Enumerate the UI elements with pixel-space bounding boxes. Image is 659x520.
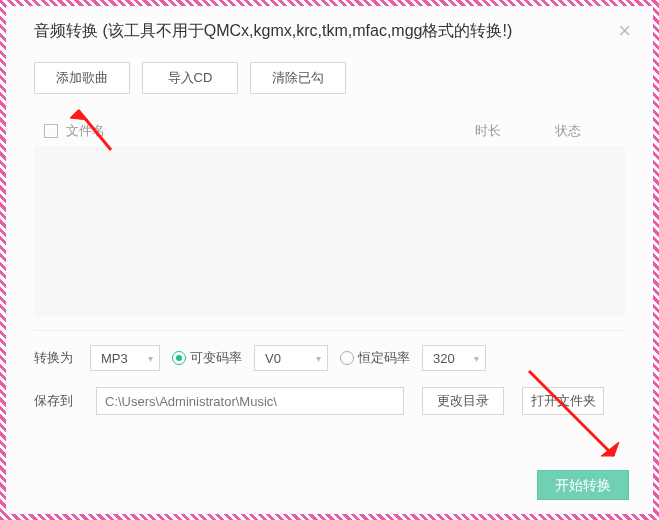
- chevron-down-icon: ▾: [316, 353, 321, 364]
- import-cd-button[interactable]: 导入CD: [142, 62, 238, 94]
- titlebar: 音频转换 (该工具不用于QMCx,kgmx,krc,tkm,mfac,mgg格式…: [6, 6, 653, 52]
- save-path-input[interactable]: [96, 387, 404, 415]
- start-convert-button[interactable]: 开始转换: [537, 470, 629, 500]
- clear-checked-button[interactable]: 清除已勾: [250, 62, 346, 94]
- vbr-quality-value: V0: [265, 351, 281, 366]
- format-select[interactable]: MP3 ▾: [90, 345, 160, 371]
- dialog-title: 音频转换 (该工具不用于QMCx,kgmx,krc,tkm,mfac,mgg格式…: [34, 21, 512, 42]
- column-status: 状态: [555, 122, 615, 140]
- vbr-label: 可变码率: [190, 349, 242, 367]
- vbr-radio[interactable]: 可变码率: [172, 349, 242, 367]
- select-all-checkbox[interactable]: [44, 124, 58, 138]
- list-header: 文件名 时长 状态: [34, 116, 625, 146]
- svg-marker-3: [601, 442, 619, 456]
- list-body: [34, 146, 625, 316]
- save-row: 保存到 更改目录 打开文件夹: [6, 371, 653, 415]
- cbr-label: 恒定码率: [358, 349, 410, 367]
- change-dir-button[interactable]: 更改目录: [422, 387, 504, 415]
- save-to-label: 保存到: [34, 392, 78, 410]
- radio-icon: [340, 351, 354, 365]
- format-value: MP3: [101, 351, 128, 366]
- cbr-bitrate-select[interactable]: 320 ▾: [422, 345, 486, 371]
- chevron-down-icon: ▾: [148, 353, 153, 364]
- column-filename: 文件名: [66, 122, 475, 140]
- cbr-radio[interactable]: 恒定码率: [340, 349, 410, 367]
- radio-icon: [172, 351, 186, 365]
- cbr-bitrate-value: 320: [433, 351, 455, 366]
- close-icon[interactable]: ×: [618, 20, 631, 42]
- chevron-down-icon: ▾: [474, 353, 479, 364]
- toolbar: 添加歌曲 导入CD 清除已勾: [6, 52, 653, 98]
- add-song-button[interactable]: 添加歌曲: [34, 62, 130, 94]
- vbr-quality-select[interactable]: V0 ▾: [254, 345, 328, 371]
- convert-settings-row: 转换为 MP3 ▾ 可变码率 V0 ▾ 恒定码率 320 ▾: [6, 331, 653, 371]
- open-folder-button[interactable]: 打开文件夹: [522, 387, 604, 415]
- file-list: 文件名 时长 状态: [34, 116, 625, 316]
- convert-to-label: 转换为: [34, 349, 78, 367]
- dialog-window: 音频转换 (该工具不用于QMCx,kgmx,krc,tkm,mfac,mgg格式…: [6, 6, 653, 514]
- column-duration: 时长: [475, 122, 555, 140]
